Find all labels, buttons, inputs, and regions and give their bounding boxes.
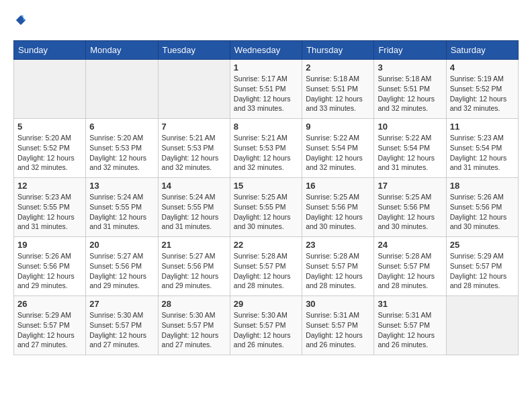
calendar-cell: 4 Sunrise: 5:19 AM Sunset: 5:52 PM Dayli… [446,60,518,119]
calendar-cell: 12 Sunrise: 5:23 AM Sunset: 5:55 PM Dayl… [14,178,86,237]
day-number: 7 [162,122,226,132]
calendar-cell: 18 Sunrise: 5:26 AM Sunset: 5:56 PM Dayl… [446,178,518,237]
cell-info: Sunrise: 5:26 AM Sunset: 5:56 PM Dayligh… [450,192,515,232]
day-number: 9 [306,122,370,132]
cell-info: Sunrise: 5:29 AM Sunset: 5:57 PM Dayligh… [17,310,82,350]
cell-info: Sunrise: 5:28 AM Sunset: 5:57 PM Dayligh… [306,251,370,291]
day-number: 16 [306,181,370,191]
calendar-cell: 27 Sunrise: 5:30 AM Sunset: 5:57 PM Dayl… [86,296,158,355]
calendar-cell [446,296,518,355]
calendar-cell: 8 Sunrise: 5:21 AM Sunset: 5:53 PM Dayli… [230,119,302,178]
cell-info: Sunrise: 5:18 AM Sunset: 5:51 PM Dayligh… [306,74,370,113]
logo-icon [15,14,27,26]
cell-info: Sunrise: 5:25 AM Sunset: 5:56 PM Dayligh… [306,192,370,232]
calendar-cell: 2 Sunrise: 5:18 AM Sunset: 5:51 PM Dayli… [302,60,374,119]
header-day: Friday [374,41,446,60]
day-number: 21 [162,240,226,250]
header-day: Thursday [302,41,374,60]
calendar-cell: 13 Sunrise: 5:24 AM Sunset: 5:55 PM Dayl… [86,178,158,237]
calendar-cell: 14 Sunrise: 5:24 AM Sunset: 5:55 PM Dayl… [158,178,230,237]
day-number: 1 [234,62,298,73]
cell-info: Sunrise: 5:20 AM Sunset: 5:52 PM Dayligh… [17,133,82,173]
day-number: 5 [17,122,82,132]
calendar-week: 26 Sunrise: 5:29 AM Sunset: 5:57 PM Dayl… [14,296,519,355]
day-number: 28 [162,299,226,309]
cell-info: Sunrise: 5:29 AM Sunset: 5:57 PM Dayligh… [450,251,515,291]
calendar-cell: 15 Sunrise: 5:25 AM Sunset: 5:55 PM Dayl… [230,178,302,237]
calendar-cell: 5 Sunrise: 5:20 AM Sunset: 5:52 PM Dayli… [14,119,86,178]
calendar-cell: 19 Sunrise: 5:26 AM Sunset: 5:56 PM Dayl… [14,237,86,296]
page-header [13,13,519,30]
header-day: Saturday [446,41,518,60]
cell-info: Sunrise: 5:27 AM Sunset: 5:56 PM Dayligh… [89,251,154,291]
calendar-cell: 11 Sunrise: 5:23 AM Sunset: 5:54 PM Dayl… [446,119,518,178]
calendar-cell: 28 Sunrise: 5:30 AM Sunset: 5:57 PM Dayl… [158,296,230,355]
cell-info: Sunrise: 5:28 AM Sunset: 5:57 PM Dayligh… [234,251,298,291]
header-day: Sunday [14,41,86,60]
calendar-cell [86,60,158,119]
day-number: 24 [378,240,442,250]
calendar-cell: 7 Sunrise: 5:21 AM Sunset: 5:53 PM Dayli… [158,119,230,178]
day-number: 11 [450,122,515,132]
day-number: 18 [450,181,515,191]
day-number: 23 [306,240,370,250]
cell-info: Sunrise: 5:31 AM Sunset: 5:57 PM Dayligh… [306,310,370,350]
cell-info: Sunrise: 5:25 AM Sunset: 5:55 PM Dayligh… [234,192,298,232]
cell-info: Sunrise: 5:22 AM Sunset: 5:54 PM Dayligh… [378,133,442,173]
calendar-cell: 22 Sunrise: 5:28 AM Sunset: 5:57 PM Dayl… [230,237,302,296]
cell-info: Sunrise: 5:23 AM Sunset: 5:54 PM Dayligh… [450,133,515,173]
cell-info: Sunrise: 5:30 AM Sunset: 5:57 PM Dayligh… [162,310,226,350]
day-number: 26 [17,299,82,309]
cell-info: Sunrise: 5:21 AM Sunset: 5:53 PM Dayligh… [234,133,298,173]
day-number: 6 [89,122,154,132]
day-number: 17 [378,181,442,191]
day-number: 20 [89,240,154,250]
day-number: 15 [234,181,298,191]
calendar-cell: 1 Sunrise: 5:17 AM Sunset: 5:51 PM Dayli… [230,60,302,119]
header-day: Wednesday [230,41,302,60]
cell-info: Sunrise: 5:26 AM Sunset: 5:56 PM Dayligh… [17,251,82,291]
day-number: 25 [450,240,515,250]
day-number: 8 [234,122,298,132]
cell-info: Sunrise: 5:25 AM Sunset: 5:56 PM Dayligh… [378,192,442,232]
calendar-cell: 31 Sunrise: 5:31 AM Sunset: 5:57 PM Dayl… [374,296,446,355]
calendar-week: 1 Sunrise: 5:17 AM Sunset: 5:51 PM Dayli… [14,60,519,119]
cell-info: Sunrise: 5:19 AM Sunset: 5:52 PM Dayligh… [450,74,515,113]
calendar-week: 5 Sunrise: 5:20 AM Sunset: 5:52 PM Dayli… [14,119,519,178]
day-number: 14 [162,181,226,191]
calendar-week: 19 Sunrise: 5:26 AM Sunset: 5:56 PM Dayl… [14,237,519,296]
calendar-cell: 29 Sunrise: 5:30 AM Sunset: 5:57 PM Dayl… [230,296,302,355]
cell-info: Sunrise: 5:28 AM Sunset: 5:57 PM Dayligh… [378,251,442,291]
header-day: Tuesday [158,41,230,60]
calendar-week: 12 Sunrise: 5:23 AM Sunset: 5:55 PM Dayl… [14,178,519,237]
cell-info: Sunrise: 5:17 AM Sunset: 5:51 PM Dayligh… [234,74,298,113]
calendar-cell: 24 Sunrise: 5:28 AM Sunset: 5:57 PM Dayl… [374,237,446,296]
calendar-cell [14,60,86,119]
day-number: 19 [17,240,82,250]
calendar-cell: 30 Sunrise: 5:31 AM Sunset: 5:57 PM Dayl… [302,296,374,355]
day-number: 30 [306,299,370,309]
cell-info: Sunrise: 5:24 AM Sunset: 5:55 PM Dayligh… [162,192,226,232]
cell-info: Sunrise: 5:30 AM Sunset: 5:57 PM Dayligh… [89,310,154,350]
calendar-cell: 23 Sunrise: 5:28 AM Sunset: 5:57 PM Dayl… [302,237,374,296]
day-number: 10 [378,122,442,132]
day-number: 2 [306,62,370,73]
calendar-cell: 3 Sunrise: 5:18 AM Sunset: 5:51 PM Dayli… [374,60,446,119]
calendar-cell: 21 Sunrise: 5:27 AM Sunset: 5:56 PM Dayl… [158,237,230,296]
day-number: 31 [378,299,442,309]
day-number: 12 [17,181,82,191]
cell-info: Sunrise: 5:24 AM Sunset: 5:55 PM Dayligh… [89,192,154,232]
cell-info: Sunrise: 5:21 AM Sunset: 5:53 PM Dayligh… [162,133,226,173]
day-number: 27 [89,299,154,309]
cell-info: Sunrise: 5:30 AM Sunset: 5:57 PM Dayligh… [234,310,298,350]
day-number: 3 [378,62,442,73]
header-row: SundayMondayTuesdayWednesdayThursdayFrid… [14,41,519,60]
cell-info: Sunrise: 5:27 AM Sunset: 5:56 PM Dayligh… [162,251,226,291]
header-day: Monday [86,41,158,60]
day-number: 4 [450,62,515,73]
calendar-cell: 26 Sunrise: 5:29 AM Sunset: 5:57 PM Dayl… [14,296,86,355]
calendar-cell [158,60,230,119]
cell-info: Sunrise: 5:20 AM Sunset: 5:53 PM Dayligh… [89,133,154,173]
calendar-cell: 17 Sunrise: 5:25 AM Sunset: 5:56 PM Dayl… [374,178,446,237]
calendar-cell: 16 Sunrise: 5:25 AM Sunset: 5:56 PM Dayl… [302,178,374,237]
